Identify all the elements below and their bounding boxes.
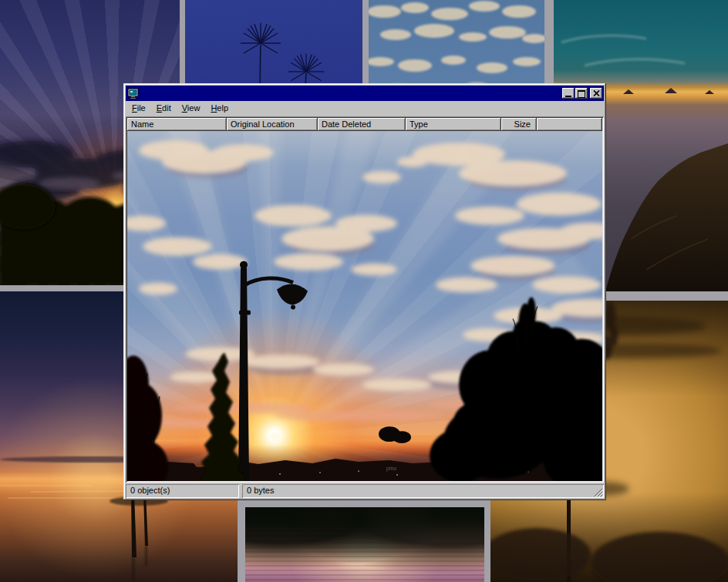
background-photo-water-reflection xyxy=(245,507,484,582)
status-bar: 0 object(s) 0 bytes xyxy=(126,484,604,498)
column-header-date-deleted[interactable]: Date Deleted xyxy=(318,118,406,131)
column-header-filler xyxy=(537,118,602,131)
resize-grip-icon[interactable] xyxy=(594,488,603,497)
maximize-icon xyxy=(578,90,585,98)
menu-edit[interactable]: Edit xyxy=(151,102,177,115)
column-header-original-location[interactable]: Original Location xyxy=(227,118,318,131)
column-header-row: Name Original Location Date Deleted Type… xyxy=(127,118,602,131)
recycle-bin-window[interactable]: File Edit View Help Name Original Locati… xyxy=(123,83,606,500)
status-object-count: 0 object(s) xyxy=(126,484,239,498)
column-header-name[interactable]: Name xyxy=(127,118,227,131)
photo-sign-text: pino xyxy=(386,466,396,472)
desktop: { "window": { "title": "", "menu": [ {"u… xyxy=(0,0,728,582)
water-ripples xyxy=(245,528,484,582)
minimize-icon xyxy=(565,96,571,97)
close-icon xyxy=(593,90,600,96)
column-header-size[interactable]: Size xyxy=(501,118,537,131)
menu-view[interactable]: View xyxy=(177,102,206,115)
close-button[interactable] xyxy=(590,88,602,99)
status-size: 0 bytes xyxy=(242,484,604,498)
maximize-button[interactable] xyxy=(575,88,588,99)
menu-help[interactable]: Help xyxy=(205,102,234,115)
menu-file[interactable]: File xyxy=(126,102,151,115)
title-bar[interactable] xyxy=(126,86,604,101)
column-header-type[interactable]: Type xyxy=(406,118,501,131)
computer-monitor-icon xyxy=(127,88,140,99)
minimize-button[interactable] xyxy=(562,88,575,99)
list-background-photo-sunset-streetlamp[interactable]: pino xyxy=(127,131,602,481)
menu-bar: File Edit View Help xyxy=(126,101,604,116)
file-list-view[interactable]: Name Original Location Date Deleted Type… xyxy=(126,116,604,483)
